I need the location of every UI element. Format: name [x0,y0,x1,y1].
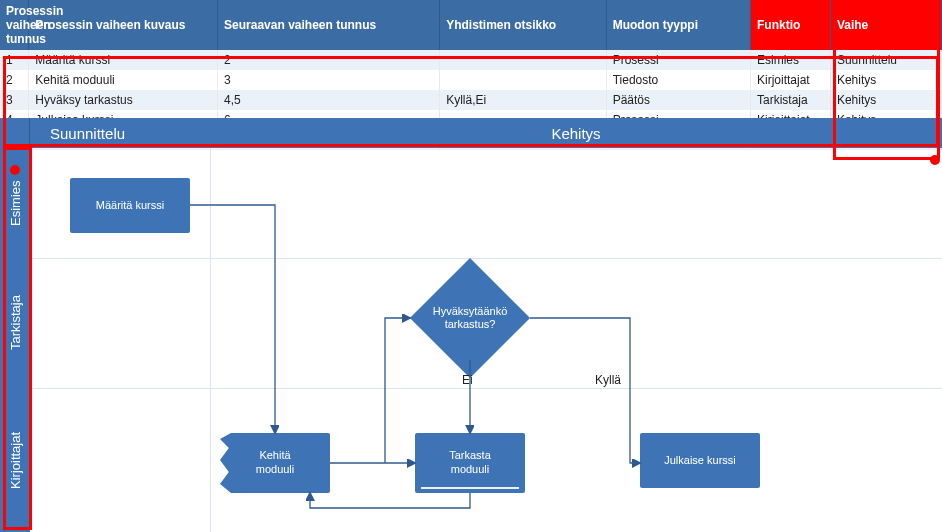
role-tarkistaja: Tarkistaja [0,258,30,388]
cell-shape: Prosessi [606,50,750,70]
phase-divider [210,148,211,532]
cell-id: 2 [0,70,29,90]
shape-maarita-kurssi[interactable]: Määritä kurssi [70,178,190,233]
th-funktio: Funktio [751,0,831,50]
shape-label: Tarkastamoduuli [449,449,491,477]
th-shape: Muodon tyyppi [606,0,750,50]
table-row[interactable]: 3Hyväksy tarkastus4,5Kyllä,EiPäätösTarki… [0,90,942,110]
cell-connector: Kyllä,Ei [440,90,607,110]
table-row[interactable]: 1Määritä kurssi2ProsessiEsimiesSuunnitte… [0,50,942,70]
phase-col-2: Kehitys [210,118,942,148]
cell-funktio: Kirjoittajat [751,70,831,90]
cell-funktio: Tarkistaja [751,90,831,110]
cell-next: 3 [218,70,440,90]
swimlane-phase-header: Suunnittelu Kehitys [0,118,942,148]
cell-desc: Kehitä moduuli [29,70,218,90]
cell-vaihe: Kehitys [830,70,941,90]
shape-tarkasta-moduuli[interactable]: Tarkastamoduuli [415,433,525,493]
cell-id: 1 [0,50,29,70]
role-kirjoittajat: Kirjoittajat [0,388,30,532]
page-root: Prosessin vaiheen tunnus Prosessin vaihe… [0,0,942,532]
table-header-row: Prosessin vaiheen tunnus Prosessin vaihe… [0,0,942,50]
cell-shape: Tiedosto [606,70,750,90]
cell-connector [440,70,607,90]
cell-next: 4,5 [218,90,440,110]
shape-label: Määritä kurssi [96,199,164,213]
cell-funktio: Esimies [751,50,831,70]
role-labels: Esimies Tarkistaja Kirjoittajat [0,148,30,532]
cell-vaihe: Kehitys [830,90,941,110]
shape-kehita-moduuli[interactable]: Kehitämoduuli [220,433,330,493]
shape-label: Kehitämoduuli [256,449,295,477]
cell-next: 2 [218,50,440,70]
cell-desc: Hyväksy tarkastus [29,90,218,110]
cell-connector [440,50,607,70]
shape-julkaise-kurssi[interactable]: Julkaise kurssi [640,433,760,488]
th-id: Prosessin vaiheen tunnus [0,0,29,50]
table-row[interactable]: 2Kehitä moduuli3TiedostoKirjoittajatKehi… [0,70,942,90]
swimlane-body: Esimies Tarkistaja Kirjoittajat Määritä … [0,148,942,532]
shape-hyvaksy-tarkastus[interactable]: Hyväksytäänkötarkastus? [410,278,530,358]
th-next: Seuraavan vaiheen tunnus [218,0,440,50]
th-conn: Yhdistimen otsikko [440,0,607,50]
row-divider-1 [30,258,942,259]
highlight-dot-role [10,165,20,175]
phase-col-1: Suunnittelu [30,118,210,148]
th-vaihe: Vaihe [830,0,941,50]
cell-shape: Päätös [606,90,750,110]
shape-label: Julkaise kurssi [664,454,736,468]
highlight-dot-phase [930,155,940,165]
swimlane-grid: Määritä kurssi Hyväksytäänkötarkastus? K… [30,148,942,532]
row-divider-2 [30,388,942,389]
edge-label-yes: Kyllä [595,373,621,387]
swimlane-corner [0,118,30,148]
highlight-dot-funktio [808,40,818,50]
cell-desc: Määritä kurssi [29,50,218,70]
edge-label-no: Ei [462,373,473,387]
shape-label: Hyväksytäänkötarkastus? [410,278,530,358]
cell-id: 3 [0,90,29,110]
cell-vaihe: Suunnittelu [830,50,941,70]
